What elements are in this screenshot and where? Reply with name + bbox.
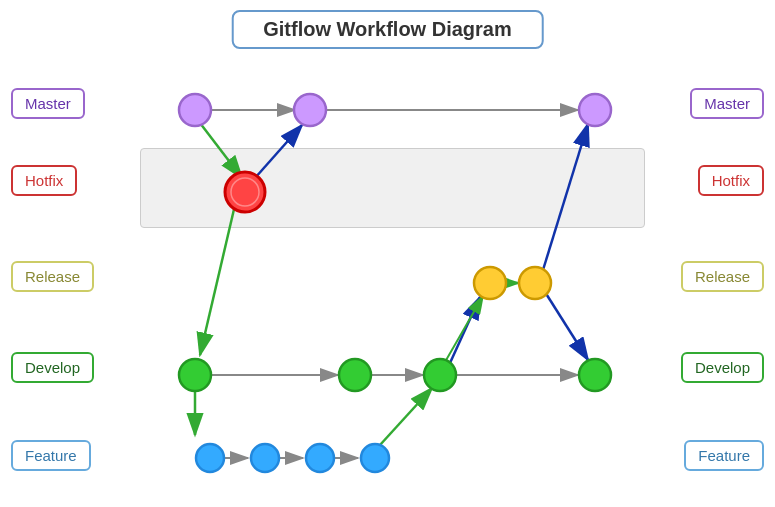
svg-point-36 xyxy=(361,444,389,472)
svg-point-35 xyxy=(306,444,334,472)
svg-point-32 xyxy=(579,359,611,391)
svg-line-15 xyxy=(255,125,302,178)
svg-line-21 xyxy=(380,388,432,445)
svg-point-23 xyxy=(294,94,326,126)
svg-line-18 xyxy=(450,297,480,363)
svg-point-33 xyxy=(196,444,224,472)
svg-point-22 xyxy=(179,94,211,126)
svg-point-30 xyxy=(339,359,371,391)
svg-line-13 xyxy=(200,205,235,355)
svg-line-14 xyxy=(200,123,242,178)
svg-point-28 xyxy=(519,267,551,299)
diagram-svg xyxy=(0,0,775,507)
svg-line-16 xyxy=(545,292,588,360)
svg-point-31 xyxy=(424,359,456,391)
diagram-container: Gitflow Workflow Diagram Master Master H… xyxy=(0,0,775,507)
svg-point-29 xyxy=(179,359,211,391)
svg-line-20 xyxy=(445,296,483,362)
svg-point-24 xyxy=(579,94,611,126)
svg-point-27 xyxy=(474,267,506,299)
svg-point-34 xyxy=(251,444,279,472)
svg-line-17 xyxy=(543,124,588,270)
